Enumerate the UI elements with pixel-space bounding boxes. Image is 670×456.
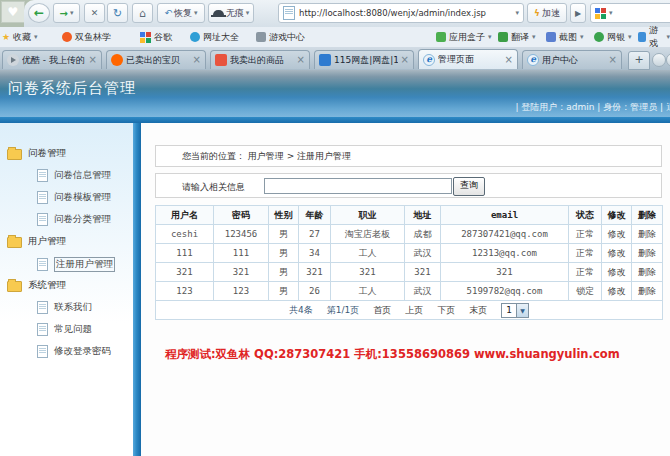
taobao-icon [111, 54, 123, 66]
pagination-current: 第1/1页 [327, 304, 359, 317]
incognito-hat-icon [213, 10, 224, 15]
tab-label: 我卖出的商品 [230, 54, 294, 67]
forward-button[interactable]: →▾ [53, 3, 80, 23]
tab-label: 已卖出的宝贝 [126, 54, 190, 67]
delete-link[interactable]: 删除 [638, 248, 656, 258]
delete-link[interactable]: 删除 [638, 286, 656, 296]
go-button[interactable]: ▶ [570, 3, 586, 23]
file-icon [37, 213, 48, 226]
toolbar-screenshot[interactable]: 截图 ▾ [546, 30, 584, 44]
item-label: 问卷模板管理 [54, 191, 111, 204]
sidebar-item-change-password[interactable]: 修改登录密码 [37, 345, 111, 358]
bookmark-shuangyulin[interactable]: 双鱼林学 [62, 30, 111, 44]
sidebar-item-questionnaire-info[interactable]: 问卷信息管理 [37, 169, 111, 182]
cell-email: 287307421@qq.com [441, 225, 569, 244]
item-label: 常见问题 [54, 323, 92, 336]
toolbar-app-box[interactable]: 应用盒子 ▾ [436, 30, 492, 44]
incognito-button[interactable]: 无痕 ▾ [208, 3, 254, 23]
cell-age: 34 [299, 244, 331, 263]
sidebar-item-faq[interactable]: 常见问题 [37, 323, 92, 336]
gamepad-icon [256, 32, 266, 42]
close-icon[interactable]: × [193, 55, 201, 65]
close-icon[interactable]: × [609, 55, 617, 65]
screenshot-icon [546, 32, 556, 42]
close-icon[interactable]: × [297, 55, 305, 65]
breadcrumb: 您当前的位置： 用户管理 > 注册用户管理 [155, 145, 662, 167]
close-icon[interactable]: × [89, 55, 97, 65]
tab-sold-goods[interactable]: 我卖出的商品 × [210, 50, 310, 69]
search-input[interactable] [264, 178, 452, 194]
tab-label: 管理页面 [438, 53, 502, 66]
restore-button[interactable]: ↶ 恢复 ▾ [157, 3, 205, 23]
last-page-link[interactable]: 末页 [469, 304, 487, 317]
tab-list-button[interactable] [652, 53, 666, 67]
back-button[interactable]: ← [28, 3, 50, 23]
tab-user-center[interactable]: 用户中心 × [522, 50, 622, 69]
close-icon[interactable]: × [401, 55, 409, 65]
delete-link[interactable]: 删除 [638, 229, 656, 239]
sidebar-group-users[interactable]: 用户管理 [7, 235, 66, 248]
next-page-link[interactable]: 下页 [437, 304, 455, 317]
tab-youku[interactable]: 优酷 - 我上传的 × [2, 50, 102, 69]
browser-search-box[interactable]: ▾ [590, 3, 670, 23]
incognito-label: 无痕 [226, 7, 244, 20]
toolbar-games[interactable]: 游戏 ▾ [638, 30, 670, 44]
col-status: 状态 [569, 206, 602, 225]
page-icon [283, 6, 295, 20]
first-page-link[interactable]: 首页 [373, 304, 391, 317]
search-panel: 请输入相关信息 查询 [155, 173, 662, 198]
delete-link[interactable]: 删除 [638, 267, 656, 277]
edit-link[interactable]: 修改 [608, 248, 626, 258]
url-text[interactable]: http://localhost:8080/wenjx/admin/index.… [299, 8, 511, 18]
bookmark-site-directory[interactable]: 网址大全 [190, 30, 239, 44]
desktop-shortcut-icon[interactable]: ♥ [1, 1, 25, 23]
pagination: 共4条 第1/1页 首页 上页 下页 末页 1 ▼ [157, 303, 661, 318]
stop-button[interactable]: ✕ [84, 3, 105, 23]
sidebar-item-registered-users[interactable]: 注册用户管理 [37, 257, 115, 272]
sidebar-item-contact-us[interactable]: 联系我们 [37, 301, 92, 314]
prev-page-link[interactable]: 上页 [405, 304, 423, 317]
url-dropdown-icon[interactable]: ▾ [515, 9, 519, 17]
tab-115-disk[interactable]: 115网盘|网盘|11... × [314, 50, 414, 69]
tab-admin-page[interactable]: 管理页面 × [418, 49, 518, 69]
address-bar[interactable]: http://localhost:8080/wenjx/admin/index.… [278, 3, 524, 23]
sidebar-group-questionnaire[interactable]: 问卷管理 [7, 147, 66, 160]
bookmark-favorites[interactable]: ★ 收藏 ▾ [2, 30, 38, 44]
bookmark-game-center[interactable]: 游戏中心 [256, 30, 305, 44]
sidebar-item-questionnaire-category[interactable]: 问卷分类管理 [37, 213, 111, 226]
tab-sold-treasures[interactable]: 已卖出的宝贝 × [106, 50, 206, 69]
edit-link[interactable]: 修改 [608, 286, 626, 296]
logout-link[interactable]: 退出 [666, 102, 670, 112]
speed-button[interactable]: ϟ 加速 [527, 3, 567, 23]
cell-status: 正常 [569, 225, 602, 244]
refresh-button[interactable]: ↻ [107, 3, 128, 23]
toolbar-ebank[interactable]: 网银 ▾ [594, 30, 632, 44]
cell-password: 111 [214, 244, 269, 263]
search-button[interactable]: 查询 [453, 177, 485, 196]
close-icon[interactable]: × [505, 55, 513, 65]
tab-label: 用户中心 [542, 54, 606, 67]
search-engine-caret-icon[interactable]: ▾ [609, 9, 613, 17]
page-select[interactable]: 1 ▼ [501, 303, 529, 318]
tab-menu-button[interactable] [666, 53, 670, 67]
sidebar-item-questionnaire-template[interactable]: 问卷模板管理 [37, 191, 111, 204]
cell-gender: 男 [269, 263, 299, 282]
bookmark-label: 谷歌 [154, 31, 172, 44]
folder-icon [7, 237, 22, 248]
app-box-caret-icon: ▾ [488, 33, 492, 41]
refresh-icon: ↻ [113, 7, 122, 20]
sidebar-group-system[interactable]: 系统管理 [7, 279, 66, 292]
edit-link[interactable]: 修改 [608, 267, 626, 277]
cell-password: 321 [214, 263, 269, 282]
chevron-down-icon: ▼ [516, 304, 528, 317]
developer-note: 程序测试:双鱼林 QQ:287307421 手机:13558690869 www… [165, 347, 620, 362]
col-email: email [441, 206, 569, 225]
cell-age: 26 [299, 282, 331, 301]
toolbar-translate[interactable]: 翻译 ▾ [498, 30, 536, 44]
home-button[interactable]: ⌂ [132, 3, 153, 23]
bookmark-google[interactable]: 谷歌 [140, 30, 172, 44]
edit-link[interactable]: 修改 [608, 229, 626, 239]
screenshot-caret-icon: ▾ [580, 33, 584, 41]
ebank-caret-icon: ▾ [628, 33, 632, 41]
new-tab-button[interactable]: + [628, 51, 650, 70]
